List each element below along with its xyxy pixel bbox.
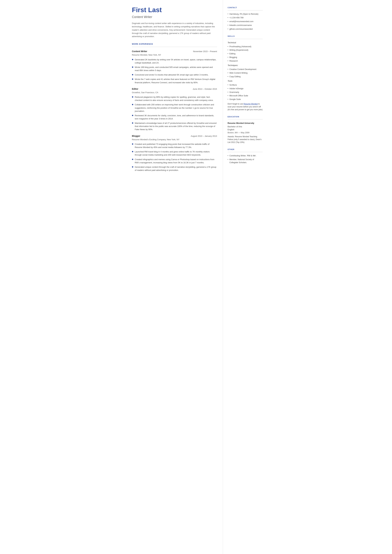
technical-skills-list: Proofreading (Advanced) Writing (Experie… [228,45,263,63]
contact-item-phone: +1-234-456-789 [228,16,263,19]
job-2-company: Growthsi, San Francisco, CA [132,91,217,94]
other-label: Other [228,148,263,151]
contact-list: Harrisburg, PA (Open to Remote) +1-234-4… [228,13,263,31]
techniques-label: Techniques: [228,64,263,67]
list-item: Grammarly [228,91,263,94]
list-item: Maintained a knowledge base of all 27 pr… [132,122,217,131]
bullet-dot [132,115,133,116]
list-item: Created infographics and memes using Can… [132,158,217,164]
bullet-dot [132,122,133,124]
other-item-1: Member, National Society of Collegiate S… [228,158,263,164]
summary: Dogmatic and fun-loving content writer w… [132,22,217,38]
skills-label: Skills [228,35,263,38]
edu-field: English [228,128,263,131]
job-3-header: Blogger August 2010 – January 2013 [132,134,217,138]
job-1: Content Writer November 2015 – Present R… [132,50,217,84]
job-2-dates: June 2013 – October 2015 [193,87,217,91]
left-column: First Last Content Writer Dogmatic and f… [125,0,223,554]
other-list: Contributing Writer, 'RW & Me'. Member, … [228,154,263,164]
bullet-dot [132,143,133,145]
job-2-title: Editor [132,87,138,91]
tools-label: Tools: [228,80,263,83]
name: First Last [132,6,217,14]
job-3-bullets: Created and published 73 engaging blog p… [132,143,217,172]
skills-note-prefix: Don't forget to use [228,103,244,105]
job-2-bullets: Reduced plagiarism by 89% by editing cop… [132,96,217,131]
techniques-list: Creative Content Development Web Content… [228,68,263,78]
job-1-bullets: Generated 2K backlinks by writing over 5… [132,58,217,84]
education-divider [228,119,263,119]
resume-worded-link[interactable]: Resume Worded [244,103,258,105]
tools-list: Scrittura Adobe InDesign Grammarly Micro… [228,84,263,101]
education-section: Education Resume Worded University Bache… [228,115,263,144]
resume-page: First Last Content Writer Dogmatic and f… [125,0,267,554]
list-item: Created and published 73 engaging blog p… [132,143,217,149]
other-section: Other Contributing Writer, 'RW & Me'. Me… [228,148,263,164]
list-item: Writing (Experienced) [228,49,263,52]
job-3-company: Resume Worded's Exciting Company, New Yo… [132,138,217,141]
bullet-dot [132,166,133,168]
contact-item-email: email@resumeworded.com [228,20,263,23]
right-column: Contact Harrisburg, PA (Open to Remote) … [223,0,267,554]
list-item: Adobe InDesign [228,87,263,90]
contact-section: Contact Harrisburg, PA (Open to Remote) … [228,6,263,30]
bullet-dot [132,159,133,160]
edu-school: Resume Worded University [228,122,263,125]
job-1-dates: November 2015 – Present [193,50,217,53]
edu-location-date: Boston, MA — May 2009 [228,131,263,134]
list-item: Reduced plagiarism by 89% by editing cop… [132,96,217,102]
list-item: Proofreading (Advanced) [228,45,263,48]
skills-section: Skills Technical: Proofreading (Advanced… [228,35,263,111]
bullet-dot [132,74,133,75]
contact-item-location: Harrisburg, PA (Open to Remote) [228,13,263,16]
job-2-header: Editor June 2013 – October 2015 [132,87,217,91]
education-label: Education [228,115,263,118]
bullet-dot [132,104,133,105]
contact-item-github: github.com/resumeworded [228,28,263,31]
bullet-dot [132,78,133,80]
list-item: Generated 2K backlinks by writing over 5… [132,58,217,64]
skills-note: Don't forget to use Resume Worded to sca… [228,103,263,111]
job-2: Editor June 2013 – October 2015 Growthsi… [132,87,217,131]
job-3: Blogger August 2010 – January 2013 Resum… [132,134,217,172]
job-3-title: Blogger [132,134,140,138]
job-1-company: Resume Worded, New York, NY [132,53,217,56]
job-3-dates: August 2010 – January 2013 [191,134,217,138]
list-item: Research [228,60,263,63]
list-item: Launched RW travel blog in 4 months and … [132,150,217,156]
list-item: Editing [228,52,263,55]
bullet-dot [132,59,133,60]
job-1-title: Content Writer [132,50,147,53]
bullet-dot [132,151,133,152]
bullet-dot [132,66,133,68]
list-item: Creative Content Development [228,68,263,71]
list-item: Reviewed 3K documents for clarity, conci… [132,114,217,120]
work-experience-label: Work Experience [132,43,217,45]
list-item: Copy Editing [228,75,263,78]
job-title-header: Content Writer [132,14,217,19]
contact-label: Contact [228,6,263,9]
list-item: Google Suite [228,98,263,101]
job-1-header: Content Writer November 2015 – Present [132,50,217,53]
list-item: Conceived and wrote 5 e-books that attra… [132,73,217,77]
edu-degree: Bachelor of Arts [228,125,263,128]
list-item: Wrote the 7 web copies and 41 articles t… [132,78,217,84]
other-item-0: Contributing Writer, 'RW & Me'. [228,154,263,157]
technical-label: Technical: [228,41,263,44]
bullet-dot [132,96,133,98]
edu-awards: Awards: Resume Worded Teaching Fellow (o… [228,135,263,144]
list-item: Scrittura [228,84,263,87]
list-item: Web Content Writing [228,71,263,75]
list-item: Blogging [228,56,263,59]
list-item: Microsoft Office Suite [228,94,263,97]
list-item: Generated unique content through the cra… [132,166,217,172]
list-item: Wrote 189 blog posts, and conducted 505 … [132,66,217,72]
skills-divider [228,39,263,39]
list-item: Collaborated with 200 writers on improvi… [132,103,217,112]
other-divider [228,152,263,152]
contact-item-linkedin: linkedin.com/in/username [228,24,263,27]
